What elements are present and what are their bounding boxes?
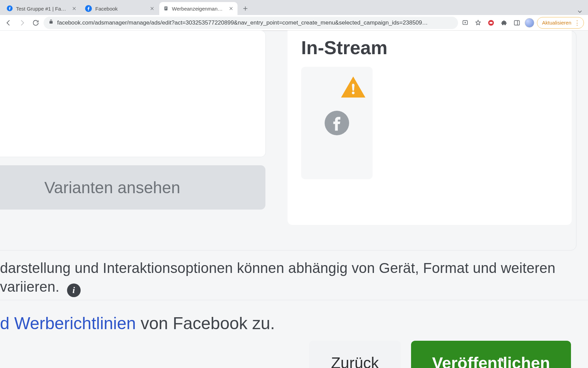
reload-button[interactable] [30,17,42,29]
svg-rect-9 [514,20,520,25]
disclaimer-line2: variieren. [0,279,60,295]
document-icon [163,5,168,12]
url-text: facebook.com/adsmanager/manage/ads/edit?… [57,19,453,26]
preview-card-left [0,31,265,157]
facebook-grey-icon [325,111,349,135]
svg-rect-5 [165,9,166,9]
extensions-icon[interactable] [499,18,509,28]
publish-label: Veröffentlichen [432,354,550,368]
tab-title: Facebook [95,6,146,12]
close-icon[interactable] [72,5,77,12]
browser-tab-3[interactable]: Werbeanzeigenmanager - Wer [159,2,238,15]
star-icon[interactable] [473,18,483,28]
tab-strip: Test Gruppe #1 | Facebook Facebook Werbe… [0,0,588,15]
install-app-icon[interactable] [460,18,470,28]
divider [0,300,588,300]
disclaimer-line1: darstellung und Interaktionsoptionen kön… [0,260,555,276]
lock-icon [48,19,54,26]
terms-tail: von Facebook zu. [136,314,275,333]
cursor-icon [500,348,506,357]
svg-rect-2 [164,6,167,10]
view-variants-button[interactable]: Varianten ansehen [0,165,265,210]
back-step-button[interactable]: Zurück [309,341,401,368]
browser-tab-2[interactable]: Facebook [81,2,159,15]
svg-rect-3 [165,7,167,8]
facebook-icon [85,5,92,12]
close-icon[interactable] [229,5,233,12]
info-icon[interactable]: i [67,283,81,297]
forward-button[interactable] [16,17,28,29]
view-variants-label: Varianten ansehen [44,178,180,197]
profile-avatar[interactable] [525,18,534,28]
terms-line: d Werberichtlinien von Facebook zu. [0,313,275,333]
adblock-icon[interactable] [486,18,496,28]
svg-rect-4 [165,8,167,9]
browser-chrome: Test Gruppe #1 | Facebook Facebook Werbe… [0,0,588,31]
back-label: Zurück [331,354,379,368]
ad-policies-link[interactable]: d Werberichtlinien [0,314,136,333]
back-button[interactable] [3,17,14,29]
facebook-icon [7,5,13,12]
tab-title: Test Gruppe #1 | Facebook [16,6,68,12]
publish-button[interactable]: Veröffentlichen [411,341,571,368]
footer-buttons: Zurück Veröffentlichen [309,341,571,368]
tab-title: Werbeanzeigenmanager - Wer [172,6,225,12]
instream-card: In-Stream [288,31,572,225]
update-button[interactable]: Aktualisieren ⋮ [537,17,584,29]
browser-toolbar: facebook.com/adsmanager/manage/ads/edit?… [0,15,588,31]
svg-rect-8 [490,22,492,24]
address-bar[interactable]: facebook.com/adsmanager/manage/ads/edit?… [44,17,458,29]
warning-icon [340,74,366,97]
update-label: Aktualisieren [542,20,571,26]
tabs-overflow-button[interactable] [576,8,588,15]
new-tab-button[interactable] [240,3,251,14]
kebab-icon: ⋮ [574,20,580,26]
browser-tab-1[interactable]: Test Gruppe #1 | Facebook [3,2,81,15]
disclaimer-text: darstellung und Interaktionsoptionen kön… [0,259,578,297]
sidepanel-icon[interactable] [512,18,522,28]
page-content: Varianten ansehen In-Stream darstellung … [0,31,588,368]
instream-placement-tile[interactable] [301,67,373,179]
close-icon[interactable] [149,5,155,12]
instream-heading: In-Stream [301,37,558,59]
